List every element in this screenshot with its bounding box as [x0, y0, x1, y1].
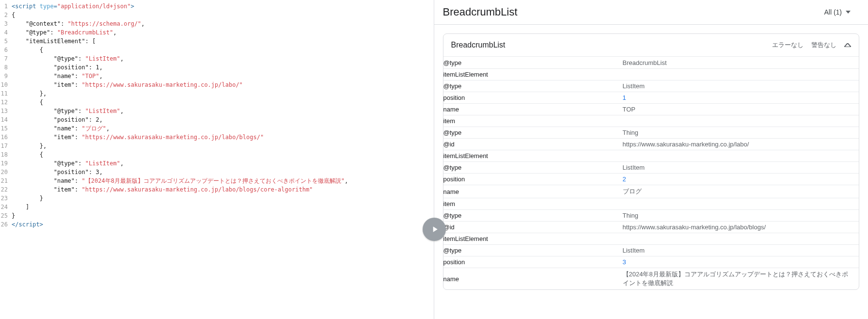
code-line[interactable]: }, [12, 89, 434, 98]
line-number: 2 [0, 11, 10, 19]
code-line[interactable]: "name": "TOP", [12, 72, 434, 80]
code-line[interactable]: { [12, 11, 434, 19]
code-line[interactable]: { [12, 150, 434, 159]
property-row[interactable]: @idhttps://www.sakurasaku-marketing.co.j… [443, 138, 859, 150]
property-value: ListItem [623, 162, 859, 173]
property-value [623, 202, 859, 206]
property-row[interactable]: nameブログ [443, 185, 859, 198]
property-value: https://www.sakurasaku-marketing.co.jp/l… [623, 139, 859, 150]
line-number: 7 [0, 54, 10, 63]
line-number: 14 [0, 115, 10, 124]
property-key: item [443, 198, 623, 209]
code-line[interactable]: "position": 1, [12, 63, 434, 72]
code-line[interactable]: "@context": "https://schema.org/", [12, 19, 434, 28]
code-line[interactable]: "@type": "BreadcrumbList", [12, 28, 434, 37]
property-row[interactable]: position3 [443, 256, 859, 268]
property-row[interactable]: itemListElement [443, 233, 859, 244]
property-row[interactable]: @typeBreadcrumbList [443, 57, 859, 68]
line-number: 9 [0, 72, 10, 80]
property-row[interactable]: @idhttps://www.sakurasaku-marketing.co.j… [443, 221, 859, 233]
code-line[interactable]: "item": "https://www.sakurasaku-marketin… [12, 133, 434, 142]
property-row[interactable]: item [443, 198, 859, 209]
property-row[interactable]: name【2024年8月最新版】コアアルゴリズムアップデートとは？押さえておくべ… [443, 268, 859, 289]
property-key: @type [443, 210, 623, 221]
result-panel: BreadcrumbList エラーなし 警告なし @typeBreadcrum… [443, 33, 860, 290]
line-number: 26 [0, 220, 10, 229]
code-editor-pane: 1234567891011121314151617181920212223242… [0, 0, 434, 319]
line-number: 21 [0, 176, 10, 185]
property-row[interactable]: itemListElement [443, 68, 859, 80]
property-key: itemListElement [443, 150, 623, 161]
filter-dropdown[interactable]: All (1) [824, 8, 851, 16]
property-value [623, 154, 859, 158]
property-key: position [443, 174, 623, 185]
code-line[interactable]: "@type": "ListItem", [12, 107, 434, 115]
property-row[interactable]: nameTOP [443, 103, 859, 115]
line-number: 20 [0, 168, 10, 176]
play-icon [430, 224, 440, 234]
property-value: 【2024年8月最新版】コアアルゴリズムアップデートとは？押さえておくべきポイン… [623, 268, 859, 289]
property-row[interactable]: @typeListItem [443, 161, 859, 173]
code-line[interactable]: "name": "ブログ", [12, 124, 434, 133]
property-row[interactable]: @typeThing [443, 127, 859, 138]
code-line[interactable]: } [12, 194, 434, 203]
property-row[interactable]: @typeListItem [443, 80, 859, 92]
code-line[interactable]: "item": "https://www.sakurasaku-marketin… [12, 185, 434, 194]
panel-scroll[interactable]: BreadcrumbList エラーなし 警告なし @typeBreadcrum… [434, 25, 868, 319]
property-key: @id [443, 139, 623, 150]
panel-header[interactable]: BreadcrumbList エラーなし 警告なし [443, 34, 859, 56]
line-number-gutter: 1234567891011121314151617181920212223242… [0, 0, 10, 319]
code-line[interactable]: "name": "【2024年8月最新版】コアアルゴリズムアップデートとは？押さ… [12, 176, 434, 185]
code-line[interactable]: <script type="application/ld+json"> [12, 2, 434, 11]
results-pane: BreadcrumbList All (1) BreadcrumbList エラ… [434, 0, 868, 319]
code-line[interactable]: "@type": "ListItem", [12, 54, 434, 63]
property-row[interactable]: itemListElement [443, 150, 859, 161]
chevron-up-icon [844, 43, 851, 47]
property-value [623, 119, 859, 123]
property-rows: @typeBreadcrumbListitemListElement@typeL… [443, 56, 859, 289]
code-line[interactable]: "position": 2, [12, 115, 434, 124]
code-line[interactable]: } [12, 211, 434, 220]
code-line[interactable]: }, [12, 142, 434, 150]
property-row[interactable]: @typeThing [443, 209, 859, 221]
property-row[interactable]: item [443, 115, 859, 127]
line-number: 3 [0, 19, 10, 28]
line-number: 8 [0, 63, 10, 72]
code-line[interactable]: "item": "https://www.sakurasaku-marketin… [12, 80, 434, 89]
results-heading-bar: BreadcrumbList All (1) [434, 0, 868, 25]
property-key: @type [443, 245, 623, 256]
code-line[interactable]: "position": 3, [12, 168, 434, 176]
property-key: @type [443, 127, 623, 138]
code-content[interactable]: <script type="application/ld+json">{ "@c… [10, 0, 434, 319]
code-line[interactable]: { [12, 98, 434, 107]
property-key: name [443, 104, 623, 115]
line-number: 15 [0, 124, 10, 133]
property-key: itemListElement [443, 233, 623, 244]
property-key: name [443, 186, 623, 197]
property-key: @id [443, 222, 623, 233]
line-number: 25 [0, 211, 10, 220]
code-line[interactable]: { [12, 46, 434, 54]
code-line[interactable]: </script> [12, 220, 434, 229]
line-number: 24 [0, 203, 10, 211]
property-value: ListItem [623, 80, 859, 92]
property-row[interactable]: position1 [443, 92, 859, 103]
line-number: 22 [0, 185, 10, 194]
property-key: name [443, 273, 623, 285]
property-row[interactable]: position2 [443, 173, 859, 185]
line-number: 19 [0, 159, 10, 168]
line-number: 11 [0, 89, 10, 98]
property-key: itemListElement [443, 69, 623, 80]
line-number: 10 [0, 80, 10, 89]
code-line[interactable]: "itemListElement": [ [12, 37, 434, 46]
run-test-button[interactable] [423, 218, 446, 241]
property-value [623, 237, 859, 241]
property-value [623, 73, 859, 77]
property-key: @type [443, 80, 623, 92]
line-number: 16 [0, 133, 10, 142]
code-line[interactable]: ] [12, 203, 434, 211]
property-row[interactable]: @typeListItem [443, 244, 859, 256]
property-value: ブログ [623, 185, 859, 198]
code-line[interactable]: "@type": "ListItem", [12, 159, 434, 168]
property-value: Thing [623, 210, 859, 221]
